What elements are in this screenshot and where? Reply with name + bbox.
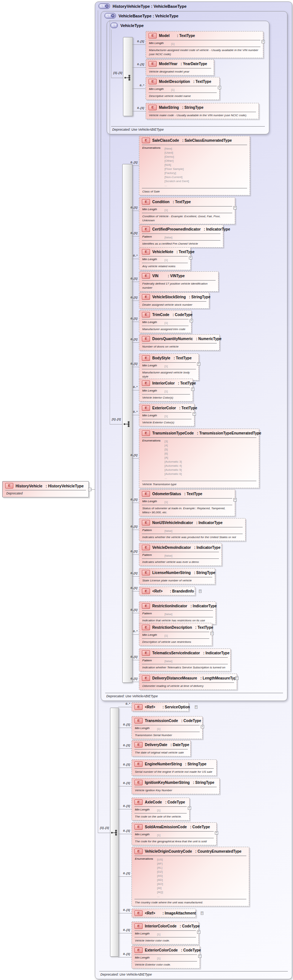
facet-label: Min Length [149, 88, 171, 91]
facet-label: Min Length [142, 500, 165, 503]
element-Ref[interactable]: E<Ref> ServiceOption+ [131, 702, 189, 711]
element-Ref[interactable]: E<Ref> ImageAttachment+ [131, 908, 196, 918]
element-VehicleDemoIndicator[interactable]: EVehicleDemoIndicatorIndicatorTypePatter… [139, 543, 222, 566]
element-MakeString[interactable]: EMakeStringStringTypeVehicle make code -… [146, 103, 259, 119]
expand-icon[interactable]: + [233, 498, 237, 501]
sequence-icon[interactable] [110, 829, 118, 836]
element-header: EModelDescriptionTextType [146, 77, 219, 86]
element-type: StringType [184, 762, 207, 766]
element-VehicleStockString[interactable]: EVehicleStockStringStringTypeDealer assi… [139, 293, 209, 309]
expand-icon[interactable]: + [201, 912, 203, 915]
element-Model[interactable]: EModel TextTypeMin Length[1]Manufacturer… [146, 31, 263, 58]
element-RestrictionIndicator[interactable]: ERestrictionIndicatorIndicatorTypePatter… [139, 601, 216, 624]
expand-icon[interactable]: + [190, 319, 193, 322]
element-icon: E [134, 947, 142, 953]
sequence-icon[interactable] [124, 75, 132, 81]
divider [142, 362, 196, 363]
element-type: HistoryVehicleType [45, 484, 83, 488]
element-EngineNumberString[interactable]: EEngineNumberStringStringTypeSerial numb… [131, 759, 217, 776]
facet-value: [1] [165, 414, 168, 418]
element-InteriorColor[interactable]: EInteriorColorTextTypeMin Length[1]Vehic… [139, 379, 193, 401]
element-IgnitionKeyNumberString[interactable]: EIgnitionKeyNumberStringStringTypeVehicl… [131, 778, 220, 794]
element-DoorsQuantityNumeric[interactable]: EDoorsQuantityNumericNumericTypeNumber o… [139, 334, 220, 350]
element-OdometerStatus[interactable]: EOdometerStatusTextTypeMin Length[1]Stat… [139, 489, 235, 516]
element-RestrictionDescription[interactable]: ERestrictionDescriptionTextTypeMin Lengt… [139, 623, 212, 646]
element-description: Serial number of the engine if vehicle n… [132, 769, 216, 775]
element-header: EInteriorColorTextType [139, 379, 193, 387]
element-row: 0..[1]EIgnitionKeyNumberStringStringType… [131, 778, 220, 794]
multiplicity-label: 0..[1] [130, 571, 138, 575]
element-header: EMakeStringStringType [146, 103, 259, 111]
element-ExteriorColorCode[interactable]: EExteriorColorCodeCodeTypeMin Length[1]V… [131, 946, 200, 969]
element-TransmissionCode[interactable]: ETransmissionCodeCodeTypeMin Length[1]Tr… [131, 716, 203, 739]
expand-icon[interactable]: + [199, 590, 202, 593]
element-name: Model [159, 34, 174, 38]
expand-icon[interactable]: + [210, 632, 214, 635]
element-header: EVehicleNoteTextType [139, 248, 191, 256]
element-Ref[interactable]: E<Ref> BrandedInfo+ [139, 587, 195, 595]
element-LicenseNumberString[interactable]: ELicenseNumberStringStringTypeState Lice… [139, 568, 215, 584]
element-InteriorColorCode[interactable]: EInteriorColorCodeCodeTypeMin Length[1]V… [131, 921, 199, 945]
element-VIN[interactable]: EVIN VINTypeFederally defined 17 positio… [139, 271, 219, 292]
element-description: Vehicle Transmission type [139, 482, 259, 488]
trunk-line [98, 10, 98, 833]
element-TrimCode[interactable]: ETrimCodeCodeTypeMin Length[1]Manufactur… [139, 310, 192, 333]
header-vehicletype: CT VehicleType [110, 22, 144, 28]
element-description: Vehicle make code - Usually available in… [146, 113, 259, 119]
collapse-icon[interactable]: − [88, 488, 91, 491]
expand-icon[interactable]: + [235, 676, 239, 680]
expand-icon[interactable]: + [188, 807, 191, 810]
expand-icon[interactable]: + [189, 256, 192, 259]
element-VehicleNote[interactable]: EVehicleNoteTextTypeMin Length[1]Any veh… [139, 247, 191, 270]
expand-icon[interactable]: + [197, 362, 200, 366]
element-TelematicsServiceIndicator[interactable]: ETelematicsServiceIndicatorIndicatorType… [139, 648, 231, 671]
multiplicity-label: 0..[1] [137, 106, 144, 110]
element-HistoryVehicle[interactable]: E HistoryVehicleHistoryVehicleType Depre… [2, 481, 89, 497]
expand-icon[interactable]: + [215, 831, 218, 835]
element-DeliveryDistanceMeasure[interactable]: EDeliveryDistanceMeasureLengthMeasureTyp… [139, 674, 237, 690]
expand-icon[interactable]: + [201, 725, 204, 728]
expand-icon[interactable]: + [218, 86, 221, 89]
element-CertifiedPreownedIndicator[interactable]: ECertifiedPreownedIndicatorIndicatorType… [139, 224, 223, 248]
facet-row: Min Length[1] [139, 388, 193, 394]
expand-icon[interactable]: + [195, 705, 197, 709]
element-VehicleOriginCountryCode[interactable]: EVehicleOriginCountryCodeCountryEnumerat… [131, 847, 249, 906]
multiplicity-label: 0..[1] [123, 952, 130, 956]
element-DeliveryDate[interactable]: EDeliveryDateDateTypeThe date of origina… [131, 740, 191, 756]
expand-icon[interactable]: + [197, 931, 200, 934]
element-BodyStyle[interactable]: EBodyStyleTextTypeMin Length[1]Manufactu… [139, 353, 199, 380]
element-ModelDescription[interactable]: EModelDescriptionTextTypeMin Length[1]De… [146, 77, 220, 100]
facet-value: [1] [165, 633, 168, 638]
element-NonUSVehicleIndicator[interactable]: ENonUSVehicleIndicatorIndicatorTypePatte… [139, 518, 246, 541]
expand-icon[interactable]: + [261, 40, 265, 43]
element-name: BodyStyle [152, 356, 170, 360]
element-row: 0..[1]ELicenseNumberStringStringTypeStat… [139, 568, 215, 584]
expand-icon[interactable]: + [193, 412, 196, 415]
element-ModelYear[interactable]: EModelYearYearDateTypeVehicle designated… [146, 59, 214, 75]
element-Condition[interactable]: EConditionTextTypeMin Length[1]Condition… [139, 197, 235, 224]
element-name: VehicleNote [152, 250, 173, 254]
expand-icon[interactable]: + [233, 206, 237, 210]
divider [134, 937, 196, 937]
element-row: 0..[1]ESaleClassCodeSaleClassEnumeratedT… [139, 136, 250, 196]
element-TransmissionTypeCode[interactable]: ETransmissionTypeCodeTransmissionTypeEnu… [139, 429, 259, 488]
element-SaleClassCode[interactable]: ESaleClassCodeSaleClassEnumeratedTypeEnu… [139, 136, 250, 196]
element-type: BrandedInfo [169, 589, 194, 593]
trunk-line [111, 30, 112, 78]
element-description: Vehicle Interior color code. [132, 938, 199, 944]
element-name: DeliveryDistanceMeasure [152, 676, 197, 680]
sequence-icon[interactable] [123, 421, 131, 428]
expand-icon[interactable]: + [198, 955, 202, 958]
divider [134, 787, 217, 787]
element-AxleCode[interactable]: EAxleCodeCodeTypeMin Length[1]The code o… [131, 797, 190, 821]
divider [134, 899, 247, 899]
divider [142, 632, 209, 632]
element-SoldAreaEmissionCode[interactable]: ESoldAreaEmissionCodeCodeTypeMin Length[… [131, 822, 217, 845]
expand-icon[interactable]: + [191, 388, 194, 391]
element-icon: E [142, 336, 150, 342]
element-ExteriorColor[interactable]: EExteriorColorTextTypeMin Length[1]Vehic… [139, 403, 194, 426]
element-row: 0..[1]EModelYearYearDateTypeVehicle desi… [146, 59, 214, 75]
facet-row: Pattern[false] [139, 234, 223, 240]
element-icon: E [142, 491, 150, 497]
element-header: EIgnitionKeyNumberStringStringType [132, 778, 219, 786]
